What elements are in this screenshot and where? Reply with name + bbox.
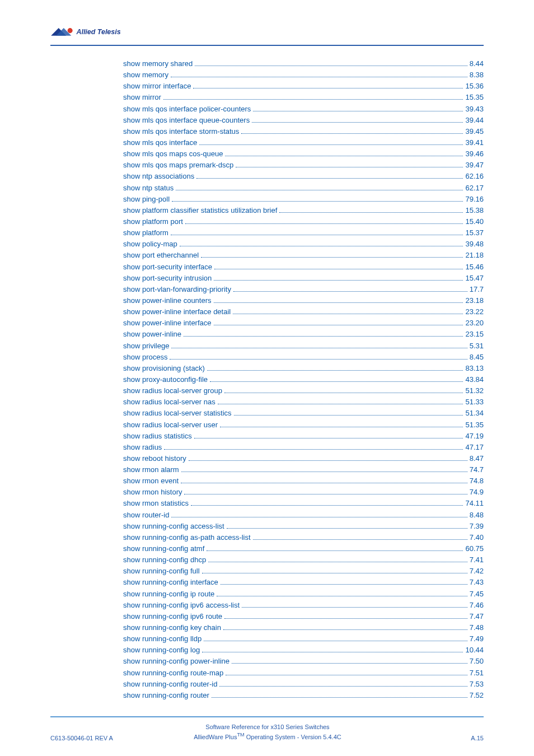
toc-entry-page[interactable]: 39.45 xyxy=(465,126,484,137)
toc-entry-page[interactable]: 74.7 xyxy=(470,464,484,475)
toc-entry-label[interactable]: show mls qos maps cos-queue xyxy=(123,148,223,160)
toc-entry-page[interactable]: 43.84 xyxy=(465,374,484,385)
toc-entry-page[interactable]: 7.41 xyxy=(470,554,484,566)
toc-entry-label[interactable]: show radius local-server nas xyxy=(123,396,216,408)
toc-entry-label[interactable]: show running-config ip route xyxy=(123,589,214,600)
toc-entry-label[interactable]: show port etherchannel xyxy=(123,250,199,261)
toc-entry-page[interactable]: 51.33 xyxy=(465,396,484,408)
toc-entry-page[interactable]: 39.47 xyxy=(465,160,484,171)
toc-entry-page[interactable]: 83.13 xyxy=(465,363,484,374)
toc-entry-label[interactable]: show running-config lldp xyxy=(123,633,202,645)
toc-entry-page[interactable]: 74.8 xyxy=(470,475,484,487)
toc-entry-page[interactable]: 62.17 xyxy=(465,183,484,194)
toc-entry-label[interactable]: show radius statistics xyxy=(123,431,192,442)
toc-entry-label[interactable]: show memory shared xyxy=(123,58,193,69)
toc-entry-page[interactable]: 47.17 xyxy=(465,442,484,453)
toc-entry-label[interactable]: show running-config route-map xyxy=(123,668,223,679)
toc-entry-page[interactable]: 23.20 xyxy=(465,318,484,329)
toc-entry-page[interactable]: 21.18 xyxy=(465,250,484,261)
toc-entry-page[interactable]: 7.42 xyxy=(470,566,484,577)
toc-entry-page[interactable]: 23.15 xyxy=(465,329,484,340)
toc-entry-page[interactable]: 23.18 xyxy=(465,295,484,306)
toc-entry-page[interactable]: 15.35 xyxy=(465,92,484,103)
toc-entry-page[interactable]: 39.43 xyxy=(465,104,484,115)
toc-entry-label[interactable]: show running-config access-list xyxy=(123,521,224,532)
toc-entry-label[interactable]: show running-config ipv6 route xyxy=(123,611,222,622)
toc-entry-label[interactable]: show rmon alarm xyxy=(123,464,179,475)
toc-entry-page[interactable]: 15.37 xyxy=(465,227,484,239)
toc-entry-page[interactable]: 60.75 xyxy=(465,543,484,554)
toc-entry-page[interactable]: 17.7 xyxy=(470,284,484,295)
toc-entry-page[interactable]: 7.53 xyxy=(470,679,484,690)
toc-entry-page[interactable]: 79.16 xyxy=(465,194,484,205)
toc-entry-page[interactable]: 8.48 xyxy=(470,510,484,521)
toc-entry-page[interactable]: 8.44 xyxy=(470,58,484,69)
toc-entry-label[interactable]: show port-security intrusion xyxy=(123,273,212,284)
toc-entry-label[interactable]: show mls qos interface storm-status xyxy=(123,126,239,137)
toc-entry-label[interactable]: show platform xyxy=(123,227,168,239)
toc-entry-page[interactable]: 51.34 xyxy=(465,408,484,419)
toc-entry-label[interactable]: show port-vlan-forwarding-priority xyxy=(123,284,231,295)
toc-entry-label[interactable]: show radius xyxy=(123,442,162,453)
toc-entry-page[interactable]: 7.48 xyxy=(470,622,484,633)
toc-entry-label[interactable]: show mls qos interface queue-counters xyxy=(123,115,250,126)
toc-entry-label[interactable]: show memory xyxy=(123,69,168,81)
toc-entry-page[interactable]: 7.46 xyxy=(470,600,484,611)
toc-entry-label[interactable]: show router-id xyxy=(123,510,169,521)
toc-entry-label[interactable]: show running-config full xyxy=(123,566,200,577)
toc-entry-label[interactable]: show privilege xyxy=(123,340,169,352)
toc-entry-label[interactable]: show power-inline interface xyxy=(123,318,212,329)
toc-entry-page[interactable]: 7.39 xyxy=(470,521,484,532)
toc-entry-page[interactable]: 39.46 xyxy=(465,148,484,160)
toc-entry-page[interactable]: 5.31 xyxy=(470,340,484,352)
toc-entry-page[interactable]: 51.32 xyxy=(465,385,484,396)
toc-entry-page[interactable]: 8.47 xyxy=(470,453,484,464)
toc-entry-page[interactable]: 15.38 xyxy=(465,205,484,216)
toc-entry-label[interactable]: show mls qos interface policer-counters xyxy=(123,104,251,115)
toc-entry-label[interactable]: show rmon event xyxy=(123,475,179,487)
toc-entry-page[interactable]: 39.41 xyxy=(465,137,484,148)
toc-entry-page[interactable]: 7.40 xyxy=(470,532,484,543)
toc-entry-page[interactable]: 74.11 xyxy=(465,498,484,509)
toc-entry-page[interactable]: 7.45 xyxy=(470,589,484,600)
toc-entry-label[interactable]: show radius local-server statistics xyxy=(123,408,232,419)
toc-entry-label[interactable]: show mls qos interface xyxy=(123,137,197,148)
toc-entry-label[interactable]: show power-inline counters xyxy=(123,295,212,306)
toc-entry-page[interactable]: 7.49 xyxy=(470,633,484,645)
toc-entry-label[interactable]: show running-config dhcp xyxy=(123,554,206,566)
toc-entry-page[interactable]: 51.35 xyxy=(465,419,484,431)
toc-entry-label[interactable]: show mirror xyxy=(123,92,161,103)
toc-entry-page[interactable]: 15.46 xyxy=(465,262,484,273)
toc-entry-page[interactable]: 7.50 xyxy=(470,656,484,667)
toc-entry-label[interactable]: show running-config key chain xyxy=(123,622,221,633)
toc-entry-label[interactable]: show platform classifier statistics util… xyxy=(123,205,277,216)
toc-entry-label[interactable]: show running-config log xyxy=(123,645,200,656)
toc-entry-page[interactable]: 23.22 xyxy=(465,306,484,318)
toc-entry-page[interactable]: 7.51 xyxy=(470,668,484,679)
toc-entry-label[interactable]: show policy-map xyxy=(123,239,177,250)
toc-entry-label[interactable]: show running-config router-id xyxy=(123,679,217,690)
toc-entry-page[interactable]: 7.43 xyxy=(470,577,484,588)
toc-entry-page[interactable]: 62.16 xyxy=(465,171,484,182)
toc-entry-page[interactable]: 7.47 xyxy=(470,611,484,622)
toc-entry-page[interactable]: 7.52 xyxy=(470,690,484,701)
toc-entry-label[interactable]: show ping-poll xyxy=(123,194,170,205)
toc-entry-label[interactable]: show reboot history xyxy=(123,453,186,464)
toc-entry-label[interactable]: show running-config router xyxy=(123,690,209,701)
toc-entry-label[interactable]: show running-config interface xyxy=(123,577,218,588)
toc-entry-page[interactable]: 15.40 xyxy=(465,216,484,227)
toc-entry-label[interactable]: show radius local-server group xyxy=(123,385,222,396)
toc-entry-label[interactable]: show power-inline xyxy=(123,329,181,340)
toc-entry-page[interactable]: 15.47 xyxy=(465,273,484,284)
toc-entry-label[interactable]: show mirror interface xyxy=(123,81,191,92)
toc-entry-label[interactable]: show port-security interface xyxy=(123,262,212,273)
toc-entry-label[interactable]: show radius local-server user xyxy=(123,419,218,431)
toc-entry-label[interactable]: show running-config as-path access-list xyxy=(123,532,251,543)
toc-entry-page[interactable]: 8.38 xyxy=(470,69,484,81)
toc-entry-label[interactable]: show provisioning (stack) xyxy=(123,363,205,374)
toc-entry-page[interactable]: 39.44 xyxy=(465,115,484,126)
toc-entry-label[interactable]: show platform port xyxy=(123,216,183,227)
toc-entry-page[interactable]: 8.45 xyxy=(470,352,484,363)
toc-entry-label[interactable]: show ntp associations xyxy=(123,171,194,182)
toc-entry-label[interactable]: show process xyxy=(123,352,167,363)
